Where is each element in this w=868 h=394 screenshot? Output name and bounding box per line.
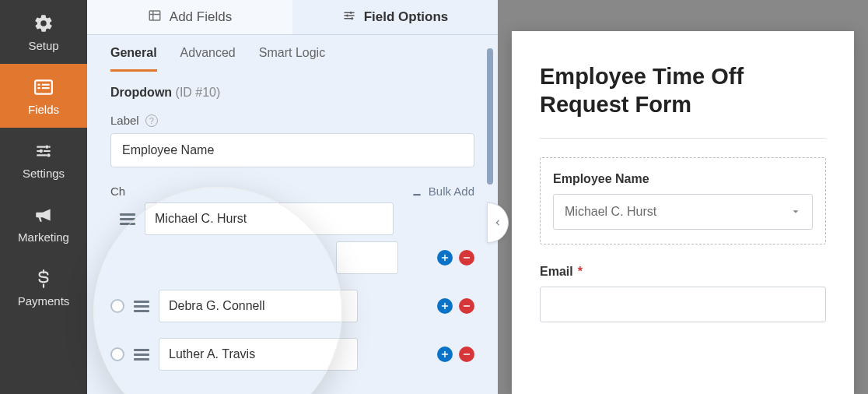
sliders-small-icon <box>342 9 356 26</box>
svg-point-11 <box>349 11 352 13</box>
sidebar-item-settings[interactable]: Settings <box>0 128 87 192</box>
gear-icon <box>33 12 54 34</box>
choice-input-overflow[interactable] <box>336 241 398 274</box>
list-icon <box>33 76 54 98</box>
sub-tab-advanced[interactable]: Advanced <box>180 46 236 72</box>
label-heading: Label <box>110 114 139 127</box>
svg-rect-1 <box>37 83 40 85</box>
sidebar-item-fields[interactable]: Fields <box>0 64 87 128</box>
svg-rect-2 <box>42 83 50 85</box>
sub-tab-smart-logic[interactable]: Smart Logic <box>259 46 325 72</box>
drag-handle-icon[interactable] <box>120 213 135 225</box>
sliders-icon <box>33 140 54 162</box>
sidebar-item-label: Fields <box>28 103 59 116</box>
choices-heading: Ch <box>110 185 125 198</box>
bullhorn-icon <box>33 204 54 226</box>
choice-row-actions <box>110 241 474 274</box>
scrollbar-thumb[interactable] <box>487 48 493 185</box>
divider <box>540 138 826 139</box>
choice-row <box>110 202 474 235</box>
field-label: Email * <box>540 265 826 279</box>
chevron-left-icon <box>494 219 502 227</box>
choice-input[interactable] <box>159 338 358 371</box>
sidebar-item-setup[interactable]: Setup <box>0 0 87 64</box>
email-label: Email <box>540 265 573 279</box>
preview-area: Employee Time Off Request Form Employee … <box>498 0 868 394</box>
chevron-down-icon <box>790 206 801 217</box>
choice-input[interactable] <box>145 202 394 235</box>
radio-default-icon[interactable] <box>110 347 124 361</box>
sidebar-item-marketing[interactable]: Marketing <box>0 192 87 255</box>
sidebar-item-label: Setup <box>28 39 58 52</box>
top-tabs: Add Fields Field Options <box>87 0 498 35</box>
svg-point-5 <box>45 145 48 148</box>
required-asterisk: * <box>578 265 583 279</box>
field-type-heading: Dropdown (ID #10) <box>110 86 474 100</box>
preview-field-email[interactable]: Email * <box>540 265 826 322</box>
svg-rect-4 <box>42 87 50 89</box>
remove-choice-button[interactable] <box>459 347 474 362</box>
field-id: (ID #10) <box>176 86 221 99</box>
field-config-panel: Dropdown (ID #10) Label ? Ch Bulk Add <box>87 72 498 394</box>
bulk-add-button[interactable]: Bulk Add <box>411 185 474 198</box>
editor-panel: Add Fields Field Options General Advance… <box>87 0 498 394</box>
left-sidebar: Setup Fields Settings Marketing Payments <box>0 0 87 394</box>
sidebar-item-label: Settings <box>23 167 65 180</box>
tab-label: Field Options <box>364 9 449 25</box>
dropdown-select[interactable]: Michael C. Hurst <box>553 194 813 230</box>
download-icon <box>411 186 422 197</box>
sub-tab-general[interactable]: General <box>110 46 157 72</box>
remove-choice-button[interactable] <box>459 298 474 314</box>
help-icon[interactable]: ? <box>145 114 158 127</box>
choice-row <box>110 290 474 322</box>
form-preview: Employee Time Off Request Form Employee … <box>512 31 854 394</box>
choice-input[interactable] <box>159 290 358 322</box>
svg-point-7 <box>47 153 50 157</box>
sidebar-item-payments[interactable]: Payments <box>0 255 87 319</box>
svg-rect-3 <box>37 87 40 89</box>
sidebar-item-label: Marketing <box>18 230 69 244</box>
field-type: Dropdown <box>110 86 172 99</box>
svg-point-13 <box>351 17 353 19</box>
bulk-add-label: Bulk Add <box>429 185 474 198</box>
choice-row <box>110 338 474 371</box>
choices-header: Ch Bulk Add <box>110 185 474 198</box>
drag-handle-icon[interactable] <box>134 301 149 312</box>
grid-icon <box>148 9 162 26</box>
label-row: Label ? <box>110 114 474 127</box>
add-choice-button[interactable] <box>437 298 453 314</box>
drag-handle-icon[interactable] <box>134 349 149 361</box>
radio-default-icon[interactable] <box>110 299 124 313</box>
add-choice-button[interactable] <box>437 347 453 362</box>
tab-label: Add Fields <box>170 9 232 25</box>
preview-field-employee-name[interactable]: Employee Name Michael C. Hurst <box>540 157 826 244</box>
form-title: Employee Time Off Request Form <box>540 62 826 119</box>
field-label-input[interactable] <box>110 133 474 167</box>
tab-field-options[interactable]: Field Options <box>292 0 498 34</box>
field-label: Employee Name <box>553 172 813 186</box>
remove-choice-button[interactable] <box>459 250 474 266</box>
sidebar-item-label: Payments <box>18 294 70 308</box>
tab-add-fields[interactable]: Add Fields <box>87 0 292 34</box>
email-input[interactable] <box>540 287 826 322</box>
svg-point-6 <box>40 149 43 152</box>
dollar-icon <box>33 268 54 290</box>
add-choice-button[interactable] <box>437 250 453 266</box>
sub-tabs: General Advanced Smart Logic <box>87 35 498 72</box>
svg-point-12 <box>346 14 348 16</box>
dropdown-selected-value: Michael C. Hurst <box>565 205 656 219</box>
svg-rect-8 <box>149 11 160 20</box>
